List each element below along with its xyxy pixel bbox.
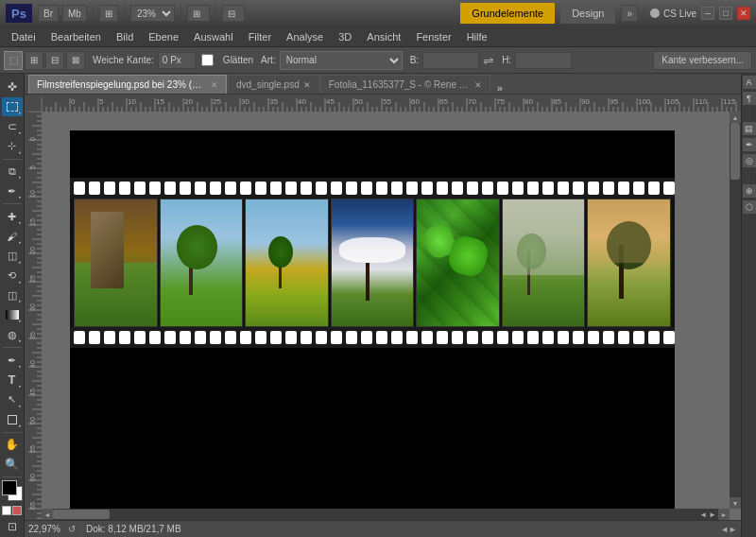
h-input[interactable] [515,52,572,69]
weiche-kante-input[interactable] [158,52,196,69]
sub-arrow: ▸ [19,239,22,245]
scroll-down-arrow[interactable]: ▼ [730,497,741,509]
refresh-icon[interactable]: ↺ [68,524,76,534]
scroll-nav-right[interactable]: ► [709,511,716,519]
tab-close-icon[interactable]: ✕ [303,80,311,90]
menu-hilfe[interactable]: Hilfe [459,26,495,46]
scroll-v-thumb[interactable] [730,123,740,180]
eraser-tool-btn[interactable]: ◫ ▸ [2,286,23,305]
pen-tool-btn[interactable]: ✒ ▸ [2,351,23,370]
ps-logo: Ps [6,4,32,23]
menu-ebene[interactable]: Ebene [141,26,186,46]
nav-prev-arrow[interactable]: ◄ [720,525,729,534]
close-button[interactable]: ✕ [737,7,750,20]
menu-ansicht[interactable]: Ansicht [359,26,408,46]
menu-bild[interactable]: Bild [109,26,141,46]
eyedropper-tool-btn[interactable]: ✒ ▸ [2,182,23,200]
menu-3d[interactable]: 3D [331,26,359,46]
menu-analyse[interactable]: Analyse [279,26,331,46]
menu-bearbeiten[interactable]: Bearbeiten [43,26,109,46]
zoom-select[interactable]: 23% [130,5,175,22]
arrange-button[interactable]: ⊞ [99,5,118,22]
new-selection-icon[interactable]: ⬚ [4,51,23,70]
intersect-selection-icon[interactable]: ⊠ [66,51,85,70]
panel-icon-6[interactable]: ⊕ [743,184,756,198]
extra-button[interactable]: ⊟ [222,5,245,22]
maximize-button[interactable]: □ [719,7,732,20]
screen-mode-btn[interactable]: ⊡ [8,520,17,533]
scroll-h-track[interactable] [53,509,697,520]
subtract-selection-icon[interactable]: ⊟ [45,51,64,70]
add-selection-icon[interactable]: ⊞ [25,51,43,70]
healing-tool-btn[interactable]: ✚ ▸ [2,207,23,226]
foreground-color-swatch[interactable] [2,480,17,495]
hand-tool-btn[interactable]: ✋ [2,436,23,455]
scroll-nav-left[interactable]: ◄ [699,511,707,519]
marquee-tool-btn[interactable]: ▸ [2,97,23,116]
menu-datei[interactable]: Datei [4,26,43,46]
menu-fenster[interactable]: Fenster [408,26,458,46]
mini-bridge-button[interactable]: Mb [62,5,87,22]
panel-icon-4[interactable]: ✒ [743,138,756,151]
film-hole [467,182,478,195]
workspace-overflow-button[interactable]: » [621,5,638,22]
nav-next-arrow[interactable]: ► [729,525,737,534]
design-workspace-button[interactable]: Design [560,3,615,24]
grundelemente-workspace-button[interactable]: Grundelemente [460,3,555,24]
quickmask-mode-btn[interactable] [12,506,22,515]
doc-info: Dok: 8,12 MB/21,7 MB [86,524,181,534]
swap-icon[interactable]: ⇌ [483,53,494,68]
scroll-left-arrow[interactable]: ◄ [42,509,53,520]
panel-icon-3[interactable]: ▤ [743,122,756,135]
view-button[interactable]: ⊞ [187,5,210,22]
minimize-button[interactable]: ─ [701,7,714,20]
scroll-up-arrow[interactable]: ▲ [730,112,741,123]
quick-select-tool-btn[interactable]: ⊹ ▸ [2,137,23,156]
path-select-tool-btn[interactable]: ↖ ▸ [2,390,23,409]
kante-verbessern-button[interactable]: Kante verbessern... [653,51,752,70]
zoom-tool-btn[interactable]: 🔍 [2,455,23,474]
horizontal-scrollbar[interactable]: ◄ ◄ ► ► [42,509,730,520]
crop-icon: ⧉ [9,165,16,178]
color-swatch-container[interactable] [2,480,23,499]
tab-fotolia[interactable]: Fotolia_11635377_S - © Rene Wechsler - F… [320,75,490,94]
art-select[interactable]: Normal Feste Größe Festes Seitenverhältn… [280,51,403,70]
film-hole [74,331,85,344]
shape-tool-btn[interactable]: ▸ [2,410,23,429]
canvas-container [70,130,675,509]
scroll-right-arrow[interactable]: ► [718,509,730,520]
dodge-tool-btn[interactable]: ◍ ▸ [2,325,23,344]
brush-tool-btn[interactable]: 🖌 ▸ [2,227,23,246]
tab-close-icon[interactable]: ✕ [474,80,482,90]
bridge-button[interactable]: Br [38,5,59,22]
scroll-v-track[interactable] [730,123,741,497]
menu-filter[interactable]: Filter [241,26,279,46]
move-tool-btn[interactable]: ✜ [2,78,23,96]
crop-tool-btn[interactable]: ⧉ ▸ [2,162,23,181]
panel-icon-5[interactable]: ◎ [743,154,756,167]
type-tool-btn[interactable]: T ▸ [2,371,23,390]
stamp-tool-btn[interactable]: ◫ ▸ [2,247,23,266]
history-tool-btn[interactable]: ⟲ ▸ [2,267,23,286]
gradient-tool-btn[interactable]: ▸ [2,305,23,324]
canvas-scroll[interactable] [42,112,730,509]
lasso-tool-btn[interactable]: ⊂ ▸ [2,117,23,136]
panel-icon-1[interactable]: A [743,76,756,89]
film-hole [467,331,478,344]
panel-icon-7[interactable]: ⬡ [743,200,756,214]
vertical-scrollbar[interactable]: ▲ ▼ [730,112,741,509]
b-input[interactable] [422,52,479,69]
panel-icon-2[interactable]: ¶ [743,92,756,105]
tabs-overflow-button[interactable]: » [493,82,507,94]
glatten-checkbox[interactable] [201,54,214,66]
tab-filmstreifen[interactable]: Filmstreifenspiegelung.psd bei 23% (Eben… [28,75,227,94]
film-hole [149,331,161,344]
menu-auswahl[interactable]: Auswahl [186,26,241,46]
film-hole [497,182,508,195]
move-icon: ✜ [8,80,17,94]
standard-mode-btn[interactable] [2,506,11,515]
tab-dvd-single[interactable]: dvd_single.psd ✕ [228,75,319,94]
film-hole [391,182,403,195]
scroll-h-thumb[interactable] [53,510,110,519]
tab-close-icon[interactable]: ✕ [211,80,218,90]
